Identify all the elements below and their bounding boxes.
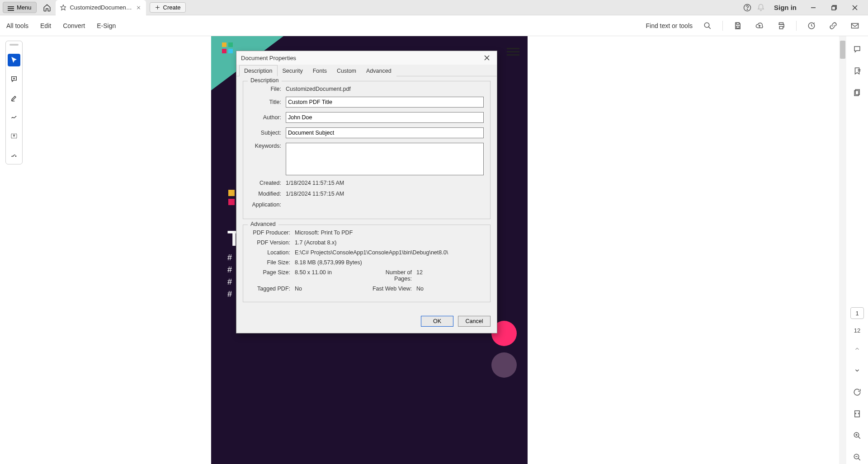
minimize-button[interactable] [803,0,824,15]
slack-logo-icon [222,42,233,53]
email-button[interactable] [848,19,862,33]
separator [796,21,797,31]
svg-rect-14 [736,26,739,28]
keywords-input[interactable] [286,143,484,175]
created-label: Created: [250,180,286,186]
zoom-in-button[interactable] [850,429,864,442]
find-label: Find text or tools [646,22,693,29]
decorative-circle [491,352,517,378]
title-input[interactable] [286,97,484,108]
tab-title: CustomizedDocument.p... [70,4,132,11]
comments-panel-button[interactable] [850,42,864,56]
menu-button[interactable]: Menu [3,2,37,13]
producer-label: PDF Producer: [250,230,295,236]
help-button[interactable] [741,1,754,14]
zoom-out-button[interactable] [850,450,864,464]
page-up-button[interactable] [850,342,864,356]
tool-all-tools[interactable]: All tools [6,22,28,29]
tab-fonts[interactable]: Fonts [308,65,332,76]
document-viewport[interactable]: T # # # # Document Properties Descriptio… [28,36,839,464]
dialog-title-text: Document Properties [241,55,296,61]
channel-item: # [227,253,232,262]
titlebar: Menu CustomizedDocument.p... Create Sign… [0,0,868,15]
cancel-button[interactable]: Cancel [458,316,491,327]
create-button[interactable]: Create [150,2,186,13]
main-toolbar: All tools Edit Convert E-Sign Find text … [0,15,868,36]
select-tool[interactable] [8,54,20,66]
document-tab[interactable]: CustomizedDocument.p... [56,0,146,15]
sign-tool[interactable] [8,149,20,161]
title-label: Title: [250,99,286,105]
separator [722,21,723,31]
svg-point-11 [704,23,709,28]
keywords-label: Keywords: [250,143,286,149]
current-page-indicator[interactable]: 1 [850,307,864,319]
svg-line-36 [858,458,860,460]
advanced-fieldset: Advanced PDF Producer: Microsoft: Print … [243,225,491,302]
highlight-tool[interactable] [8,92,20,104]
numpages-value: 12 [416,269,484,282]
text-tool[interactable] [8,130,20,142]
fastweb-label: Fast Web View: [367,286,416,292]
subject-input[interactable] [286,127,484,138]
version-value: 1.7 (Acrobat 8.x) [295,239,484,246]
panel-handle[interactable] [9,44,19,46]
svg-rect-8 [832,6,835,10]
signin-button[interactable]: Sign in [774,4,797,11]
draw-tool[interactable] [8,111,20,123]
home-button[interactable] [40,1,54,14]
document-properties-dialog: Document Properties Description Security… [236,51,497,333]
close-window-button[interactable] [844,0,865,15]
maximize-button[interactable] [824,0,844,15]
scrollbar-thumb[interactable] [840,41,845,59]
pages-panel-button[interactable] [850,86,864,99]
page-menu-icon [507,46,519,56]
dialog-close-button[interactable] [481,52,492,63]
subject-label: Subject: [250,130,286,136]
svg-point-6 [747,9,747,9]
close-tab-icon[interactable] [136,5,141,10]
save-button[interactable] [731,19,745,33]
filesize-label: File Size: [250,259,295,266]
fit-page-button[interactable] [850,407,864,421]
modified-label: Modified: [250,191,286,197]
channel-item: # [227,290,232,299]
comment-tool[interactable] [8,73,20,85]
right-rail: 1 12 [846,36,868,464]
search-button[interactable] [701,19,714,33]
author-input[interactable] [286,112,484,123]
description-legend: Description [248,77,282,84]
share-button[interactable] [805,19,818,33]
file-label: File: [250,86,286,92]
dialog-tabs: Description Security Fonts Custom Advanc… [236,65,497,76]
svg-point-23 [15,156,16,156]
main-area: T # # # # Document Properties Descriptio… [0,36,868,464]
menu-label: Menu [17,4,32,11]
ok-button[interactable]: OK [421,316,453,327]
rotate-button[interactable] [850,385,864,399]
pagesize-label: Page Size: [250,269,295,282]
tab-security[interactable]: Security [278,65,308,76]
notifications-button[interactable] [754,1,768,14]
cloud-upload-button[interactable] [753,19,766,33]
pagesize-value: 8.50 x 11.00 in [295,269,367,282]
bookmarks-panel-button[interactable] [850,64,864,78]
tagged-value: No [295,286,367,292]
star-icon [60,4,66,11]
numpages-label: Number of Pages: [367,269,416,282]
dialog-titlebar[interactable]: Document Properties [236,51,497,65]
tool-esign[interactable]: E-Sign [97,22,116,29]
print-button[interactable] [774,19,788,33]
vertical-scrollbar[interactable] [839,36,846,464]
tab-advanced[interactable]: Advanced [361,65,396,76]
producer-value: Microsoft: Print To PDF [295,230,484,236]
tab-description[interactable]: Description [239,65,278,76]
tab-custom[interactable]: Custom [332,65,361,76]
left-tool-panel [5,41,23,164]
link-button[interactable] [826,19,840,33]
page-down-button[interactable] [850,364,864,377]
tool-convert[interactable]: Convert [63,22,85,29]
plus-icon [155,5,160,10]
tool-edit[interactable]: Edit [40,22,51,29]
filesize-value: 8.18 MB (8,573,999 Bytes) [295,259,484,266]
